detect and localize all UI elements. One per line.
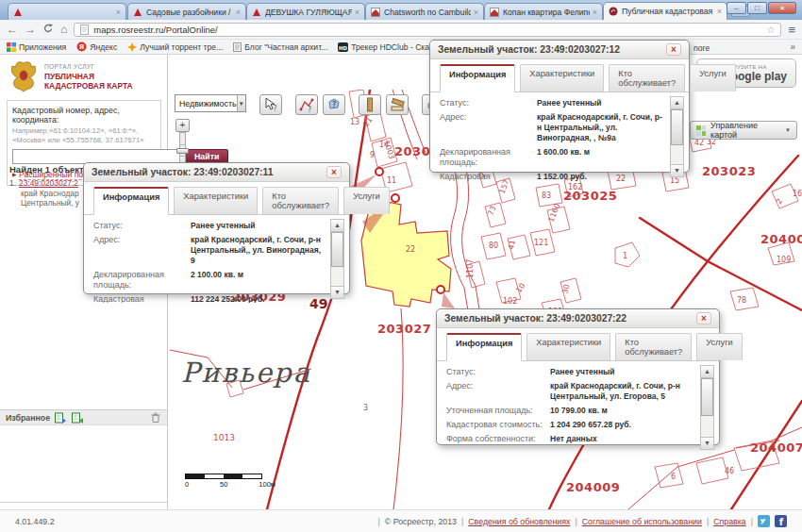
map-label: 11 — [387, 176, 396, 185]
measure-route-icon: ? — [299, 97, 314, 112]
browser-tab-active[interactable]: Публичная кадастровая ка× — [603, 2, 727, 20]
chevron-down-icon: ▼ — [237, 95, 245, 111]
map-label: 1013 — [213, 433, 235, 442]
scroll-thumb[interactable] — [701, 378, 713, 416]
close-icon[interactable]: × — [696, 312, 711, 324]
scrollbar[interactable]: ▲▼ — [330, 219, 344, 299]
tab-who-services[interactable]: Кто обслуживает? — [262, 187, 339, 214]
refresh-icon[interactable] — [42, 23, 54, 36]
popup-titlebar[interactable]: Земельный участок: 23:49:0203027:12 × — [430, 41, 689, 59]
close-window-button[interactable]: × — [768, 2, 796, 14]
tab-services[interactable]: Услуги — [690, 64, 736, 91]
tab-close-icon[interactable]: × — [355, 8, 359, 17]
browser-tab-1[interactable]: × — [8, 3, 126, 20]
trash-icon[interactable] — [150, 411, 161, 424]
tab-information[interactable]: Информация — [440, 64, 515, 92]
tab-characteristics[interactable]: Характеристики — [520, 64, 604, 91]
scrollbar[interactable]: ▲▼ — [670, 96, 684, 177]
bookmark-blog[interactable]: Блог "Частная архит... — [233, 42, 327, 52]
tab-close-icon[interactable]: × — [593, 8, 597, 17]
identify-cursor-button[interactable]: ? — [259, 94, 282, 115]
scroll-down-icon[interactable]: ▼ — [701, 437, 713, 449]
scroll-thumb[interactable] — [671, 109, 683, 145]
map-label: 203027 — [377, 322, 431, 336]
tab-who-services[interactable]: Кто обслуживает? — [615, 333, 692, 360]
home-icon[interactable]: ⌂ — [60, 24, 67, 35]
map-label: Ривьера — [181, 357, 311, 389]
measure-route-button[interactable]: ? — [295, 94, 318, 115]
tab-close-icon[interactable]: × — [717, 7, 722, 16]
tab-services[interactable]: Услуги — [696, 333, 743, 360]
manage-map-button[interactable]: Управление картой ▼ — [690, 121, 797, 140]
popup-titlebar[interactable]: Земельный участок: 23:49:0203027:22 × — [437, 309, 719, 328]
popup-titlebar[interactable]: Земельный участок: 23:49:0203027:11 × — [84, 163, 349, 182]
minimize-button[interactable]: – — [727, 2, 746, 14]
identify-cursor-icon: ? — [263, 97, 278, 112]
excel-export-icon[interactable] — [55, 412, 67, 424]
map-label: 102 — [503, 297, 517, 306]
bookmark-apps[interactable]: Приложения — [7, 42, 66, 52]
scroll-up-icon[interactable]: ▲ — [671, 97, 683, 109]
map-label: 41 — [507, 240, 517, 251]
updates-link[interactable]: Сведения об обновлениях — [468, 517, 570, 526]
back-icon[interactable]: ← — [7, 24, 18, 35]
lostfilm-favicon — [133, 8, 142, 17]
scrollbar[interactable]: ▲▼ — [700, 365, 714, 450]
tab-close-icon[interactable]: × — [236, 8, 241, 17]
excel-import-icon[interactable] — [72, 412, 84, 424]
browser-tab-4[interactable]: Chatsworth по Cambuild | H× — [365, 3, 484, 20]
bookmark-torrent[interactable]: Лучший торрент тре... — [127, 42, 223, 52]
tab-information[interactable]: Информация — [446, 333, 522, 361]
agreement-link[interactable]: Соглашение об использовании — [582, 517, 702, 526]
tab-close-icon[interactable]: × — [474, 8, 478, 17]
layer-select[interactable]: Недвижимость ▼ — [175, 94, 246, 112]
tab-who-services[interactable]: Кто обслуживает? — [609, 64, 685, 91]
zoom-handle[interactable] — [176, 148, 189, 154]
scroll-up-icon[interactable]: ▲ — [701, 366, 713, 378]
twitter-icon[interactable] — [758, 515, 770, 527]
browser-tab-2[interactable]: Садовые разбойники / Бло× — [127, 3, 246, 20]
scroll-down-icon[interactable]: ▼ — [331, 286, 343, 298]
measure-polygon-button[interactable]: ? — [323, 94, 345, 115]
result-item: 1.23:49:0203027:2 край Краснодар Централ… — [9, 178, 79, 208]
favorites-title: Избранное — [6, 413, 50, 423]
close-icon[interactable]: × — [666, 43, 681, 56]
map-label: 6 — [671, 473, 676, 481]
site-favicon — [490, 8, 499, 17]
tab-close-icon[interactable]: × — [116, 8, 121, 17]
tab-characteristics[interactable]: Характеристики — [526, 333, 610, 360]
portal-label: ПОРТАЛ УСЛУГ — [44, 63, 148, 70]
tab-services[interactable]: Услуги — [343, 187, 390, 214]
scroll-up-icon[interactable]: ▲ — [331, 220, 343, 232]
bookmark-hdclub[interactable]: HD Трекер HDClub - Ска... — [338, 42, 436, 52]
browser-menu-icon[interactable]: ≡ — [788, 23, 795, 37]
scroll-down-icon[interactable]: ▼ — [671, 164, 683, 176]
tab-characteristics[interactable]: Характеристики — [174, 187, 258, 214]
bookmark-star-icon[interactable]: ☆ — [766, 25, 775, 35]
site-brand: ПОРТАЛ УСЛУГ ПУБЛИЧНАЯ КАДАСТРОВАЯ КАРТА — [9, 60, 148, 92]
chevron-down-icon: ▼ — [785, 127, 791, 133]
ruler-area-button[interactable] — [386, 94, 409, 115]
bookmark-yandex[interactable]: Я Яндекс — [76, 42, 117, 52]
page-title: ПУБЛИЧНАЯ КАДАСТРОВАЯ КАРТА — [44, 72, 148, 91]
bookmark-fragment[interactable]: nore — [693, 43, 710, 53]
help-link[interactable]: Справка — [713, 517, 746, 526]
yandex-icon: Я — [76, 42, 87, 52]
map-label: 162 — [568, 183, 582, 191]
maximize-button[interactable]: □ — [747, 2, 767, 14]
tab-information[interactable]: Информация — [93, 187, 169, 215]
lostfilm-favicon — [252, 8, 261, 17]
ruler-distance-button[interactable] — [359, 94, 381, 115]
result-link[interactable]: 23:49:0203027:2 — [19, 178, 78, 188]
address-bar[interactable]: maps.rosreestr.ru/PortalOnline/ ☆ — [74, 23, 781, 37]
bookmarks-overflow-chevron[interactable]: » — [790, 42, 795, 52]
forward-icon[interactable]: → — [25, 24, 36, 35]
scroll-thumb[interactable] — [331, 232, 343, 267]
close-icon[interactable]: × — [326, 166, 342, 178]
map-label: 16 — [793, 190, 802, 198]
zoom-in-button[interactable]: + — [175, 119, 190, 132]
facebook-icon[interactable]: f — [775, 515, 787, 527]
browser-tab-3[interactable]: ДЕВУШКА ГУЛЯЮЩАЯ ПО× — [246, 3, 365, 20]
browser-tab-5[interactable]: Копан квартира Фелипе Г× — [484, 3, 603, 20]
document-icon — [233, 42, 242, 52]
